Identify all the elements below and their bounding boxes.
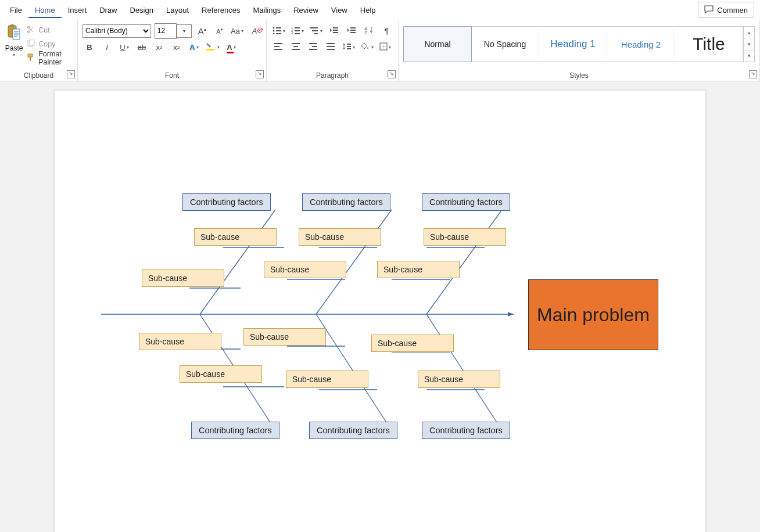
increase-indent-button[interactable] — [345, 24, 359, 37]
svg-rect-43 — [327, 46, 335, 47]
menu-help[interactable]: Help — [354, 2, 382, 18]
styles-more[interactable]: ▾ — [744, 51, 754, 62]
styles-up[interactable]: ▴ — [744, 27, 754, 38]
svg-rect-36 — [292, 43, 300, 44]
change-case-button[interactable]: Aa — [230, 24, 244, 37]
factor-bot-2[interactable]: Contributing factors — [309, 422, 397, 439]
justify-button[interactable] — [324, 41, 338, 53]
decrease-indent-button[interactable] — [327, 24, 341, 37]
menu-review[interactable]: Review — [287, 2, 325, 18]
sort-button[interactable]: AZ — [362, 24, 376, 37]
line-spacing-button[interactable] — [341, 41, 356, 53]
italic-button[interactable]: I — [100, 41, 114, 53]
justify-icon — [327, 43, 335, 52]
sub-bot-3a[interactable]: Sub-cause — [371, 335, 454, 352]
format-painter-button[interactable]: Format Painter — [27, 52, 73, 64]
svg-point-10 — [273, 27, 275, 28]
clear-format-button[interactable]: A⊘ — [248, 24, 261, 37]
sub-top-3b[interactable]: Sub-cause — [377, 261, 460, 278]
copy-button[interactable]: Copy — [27, 38, 73, 51]
menu-design[interactable]: Design — [124, 2, 160, 18]
paste-button[interactable]: Paste ▾ — [5, 23, 23, 64]
numbering-icon: 123 — [291, 26, 300, 36]
menu-layout[interactable]: Layout — [160, 2, 195, 18]
factor-top-3[interactable]: Contributing factors — [422, 193, 510, 211]
main-problem-box[interactable]: Main problem — [528, 279, 658, 350]
factor-bot-3[interactable]: Contributing factors — [422, 422, 510, 439]
menu-file[interactable]: File — [3, 2, 28, 18]
sub-top-1a[interactable]: Sub-cause — [194, 228, 277, 246]
subscript-button[interactable]: x2 — [152, 41, 166, 53]
bullets-icon — [273, 26, 282, 36]
svg-rect-1 — [10, 24, 14, 27]
menu-references[interactable]: References — [195, 2, 246, 18]
svg-rect-26 — [333, 30, 338, 31]
factor-top-2[interactable]: Contributing factors — [302, 193, 390, 211]
style-no-spacing[interactable]: No Spacing — [471, 27, 539, 62]
factor-top-1[interactable]: Contributing factors — [182, 193, 271, 211]
highlight-button[interactable] — [205, 41, 221, 53]
sub-bot-2a[interactable]: Sub-cause — [243, 328, 326, 346]
align-center-button[interactable] — [289, 41, 303, 53]
bold-button[interactable]: B — [83, 41, 96, 53]
paragraph-launcher[interactable]: ↘ — [388, 70, 396, 78]
shrink-font-button[interactable]: A▾ — [213, 24, 227, 37]
menu-bar: File Home Insert Draw Design Layout Refe… — [0, 0, 760, 20]
style-heading1[interactable]: Heading 1 — [539, 27, 607, 62]
sub-top-2a[interactable]: Sub-cause — [299, 228, 381, 246]
sub-top-1b[interactable]: Sub-cause — [142, 269, 224, 287]
sub-top-2b[interactable]: Sub-cause — [264, 261, 346, 278]
style-normal[interactable]: Normal — [403, 26, 472, 62]
menu-mailings[interactable]: Mailings — [247, 2, 288, 18]
numbering-button[interactable]: 123 — [290, 24, 305, 37]
factor-bot-1[interactable]: Contributing factors — [191, 422, 279, 439]
styles-down[interactable]: ▾ — [744, 38, 754, 50]
font-size-dd[interactable]: ▾ — [177, 24, 192, 38]
sub-top-3a[interactable]: Sub-cause — [424, 228, 506, 246]
comment-button[interactable]: Commen — [698, 2, 754, 18]
clipboard-launcher[interactable]: ↘ — [67, 70, 75, 78]
text-effects-button[interactable]: A — [187, 41, 201, 53]
style-title[interactable]: Title — [675, 27, 743, 62]
svg-rect-17 — [295, 27, 300, 28]
font-name-select[interactable]: Calibri (Body) — [83, 24, 151, 38]
menu-view[interactable]: View — [325, 2, 354, 18]
svg-rect-39 — [309, 43, 317, 44]
borders-button[interactable] — [378, 41, 392, 53]
highlight-icon — [206, 42, 216, 53]
svg-rect-38 — [292, 49, 300, 50]
style-heading2[interactable]: Heading 2 — [607, 27, 675, 62]
page[interactable]: Contributing factors Contributing factor… — [55, 91, 705, 532]
styles-launcher[interactable]: ↘ — [749, 70, 757, 78]
svg-rect-2 — [13, 29, 20, 39]
font-launcher[interactable]: ↘ — [256, 70, 264, 78]
strike-button[interactable]: ab — [135, 41, 149, 53]
menu-insert[interactable]: Insert — [62, 2, 94, 18]
format-painter-label: Format Painter — [38, 50, 73, 66]
sub-bot-1b[interactable]: Sub-cause — [180, 365, 262, 383]
grow-font-button[interactable]: A▴ — [195, 24, 209, 37]
show-marks-button[interactable]: ¶ — [379, 24, 393, 37]
font-color-button[interactable]: A — [224, 41, 238, 53]
underline-button[interactable]: U — [117, 41, 131, 53]
svg-rect-40 — [312, 46, 317, 47]
cut-button[interactable]: Cut — [27, 24, 73, 37]
menu-draw[interactable]: Draw — [93, 2, 123, 18]
svg-rect-23 — [312, 30, 318, 31]
shading-button[interactable] — [360, 41, 375, 53]
align-right-button[interactable] — [306, 41, 320, 53]
svg-rect-24 — [314, 33, 318, 34]
sub-bot-1a[interactable]: Sub-cause — [139, 333, 221, 350]
font-size-input[interactable] — [155, 23, 177, 39]
svg-rect-41 — [309, 49, 317, 50]
align-left-button[interactable] — [271, 41, 285, 53]
inc-indent-icon — [347, 26, 356, 36]
superscript-button[interactable]: x2 — [170, 41, 184, 53]
sub-bot-2b[interactable]: Sub-cause — [286, 371, 368, 388]
multilevel-button[interactable] — [309, 24, 324, 37]
menu-home[interactable]: Home — [28, 2, 62, 18]
group-label-paragraph: Paragraph — [267, 71, 398, 80]
svg-text:3: 3 — [291, 32, 293, 34]
bullets-button[interactable] — [271, 24, 286, 37]
sub-bot-3b[interactable]: Sub-cause — [418, 371, 500, 388]
